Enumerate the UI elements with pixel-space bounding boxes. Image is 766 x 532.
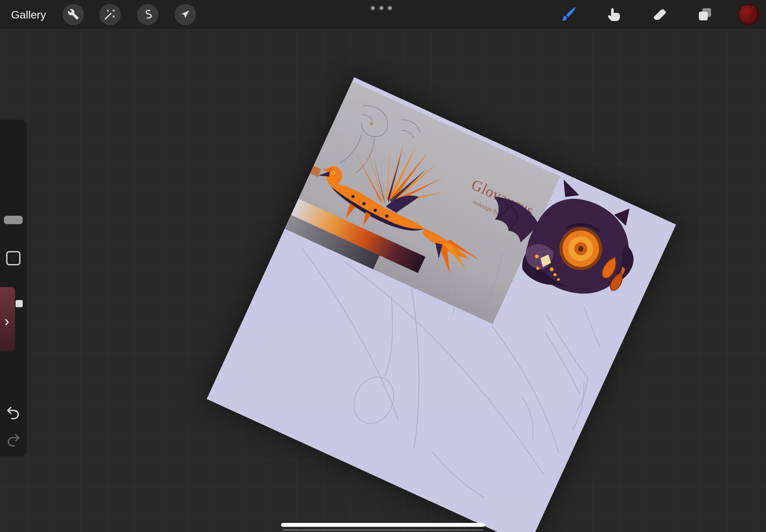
eraser-tool-button[interactable] (650, 5, 670, 24)
adjustments-button[interactable] (99, 4, 121, 25)
gallery-button[interactable]: Gallery (11, 0, 46, 29)
layers-icon (697, 6, 713, 23)
actions-button[interactable] (63, 4, 84, 25)
canvas-workspace[interactable]: Glovaucus redesign by merci queen (0, 29, 766, 532)
canvas[interactable]: Glovaucus redesign by merci queen (207, 77, 676, 532)
opacity-slider-handle[interactable] (16, 300, 23, 307)
smudge-finger-icon (606, 6, 622, 23)
selection-icon (142, 8, 153, 21)
transform-button[interactable] (175, 4, 196, 25)
reference-card: Glovaucus redesign by merci queen (285, 81, 560, 324)
sidebar: › (0, 120, 27, 456)
brush-size-slider[interactable] (0, 120, 27, 249)
canvas-artwork: Glovaucus redesign by merci queen (207, 77, 676, 532)
drawing-app-screen: Glovaucus redesign by merci queen (0, 0, 766, 532)
brush-size-handle[interactable] (4, 216, 23, 224)
smudge-tool-button[interactable] (604, 5, 624, 24)
selection-button[interactable] (137, 4, 158, 25)
transform-arrow-icon (179, 8, 191, 21)
more-options-button[interactable]: ••• (370, 0, 396, 18)
undo-button[interactable] (6, 405, 21, 420)
modify-button[interactable] (6, 251, 20, 265)
color-swatch-button[interactable] (738, 4, 759, 25)
brush-icon (561, 6, 578, 24)
magic-wand-icon (104, 8, 116, 21)
home-indicator[interactable] (281, 523, 485, 527)
sidebar-expand-button[interactable]: › (0, 312, 14, 331)
chevron-right-icon: › (5, 313, 9, 329)
layers-button[interactable] (695, 5, 715, 24)
eraser-icon (652, 6, 668, 23)
undo-arrow-icon (6, 416, 21, 421)
brush-tool-button[interactable] (559, 5, 579, 24)
redo-button[interactable] (6, 432, 21, 447)
redo-arrow-icon (6, 443, 21, 448)
wrench-icon (67, 8, 79, 21)
topbar: Gallery ••• (0, 0, 766, 29)
